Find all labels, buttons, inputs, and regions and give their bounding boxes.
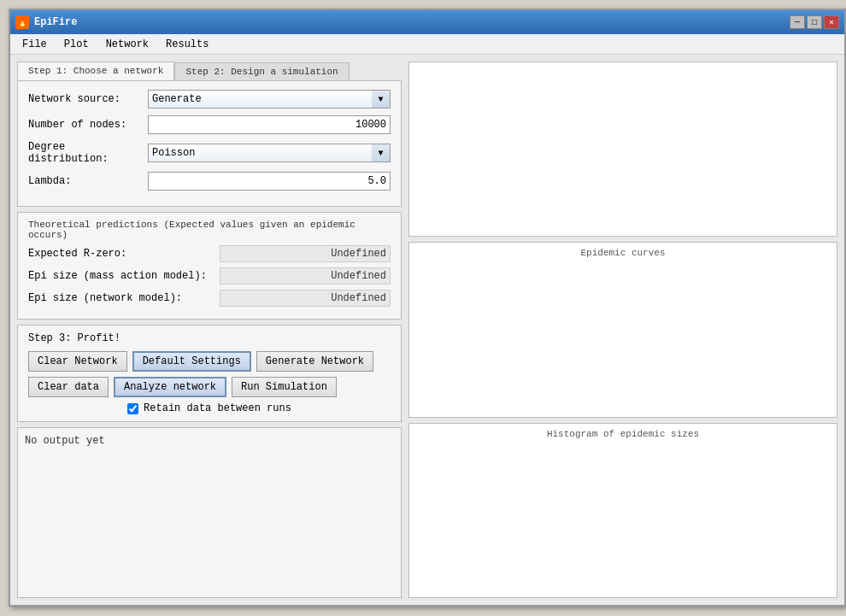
step-tabs-container: Step 1: Choose a network Step 2: Design … (17, 62, 402, 207)
step1-panel: Network source: Generate Load from file … (17, 80, 402, 207)
bottom-plot-panel: Histogram of epidemic sizes (408, 423, 837, 598)
minimize-button[interactable]: ─ (790, 15, 805, 29)
retain-checkbox-label: Retain data between runs (144, 402, 291, 414)
num-nodes-label: Number of nodes: (28, 119, 148, 131)
close-button[interactable]: ✕ (824, 15, 839, 29)
epi-net-row: Epi size (network model): Undefined (28, 290, 391, 307)
bottom-plot-area (413, 441, 833, 590)
main-content: Step 1: Choose a network Step 2: Design … (10, 55, 844, 605)
menu-plot[interactable]: Plot (56, 37, 97, 52)
tab-step2[interactable]: Step 2: Design a simulation (174, 62, 349, 80)
network-source-select[interactable]: Generate Load from file (148, 90, 391, 109)
app-icon: 🔥 (15, 15, 29, 29)
clear-network-button[interactable]: Clear Network (28, 351, 127, 372)
window-title: EpiFire (34, 16, 77, 28)
analyze-network-button[interactable]: Analyze network (114, 377, 226, 397)
button-row-1: Clear Network Default Settings Generate … (28, 351, 391, 372)
retain-checkbox[interactable] (127, 403, 138, 414)
middle-plot-title: Epidemic curves (413, 246, 833, 260)
tab-step1[interactable]: Step 1: Choose a network (17, 62, 174, 80)
button-row-2: Clear data Analyze network Run Simulatio… (28, 377, 391, 397)
maximize-button[interactable]: □ (807, 15, 822, 29)
right-panel: Epidemic curves Histogram of epidemic si… (408, 62, 837, 598)
epi-mass-value: Undefined (220, 267, 391, 285)
theory-title: Theoretical predictions (Expected values… (28, 220, 391, 240)
degree-dist-select-wrapper: Poisson Exponential Power law Urban ▼ (148, 144, 391, 162)
step3-title: Step 3: Profit! (28, 332, 391, 344)
middle-plot-panel: Epidemic curves (408, 242, 837, 417)
degree-dist-label: Degree distribution: (28, 141, 148, 165)
run-simulation-button[interactable]: Run Simulation (232, 377, 337, 397)
menu-results[interactable]: Results (157, 37, 217, 52)
degree-dist-select[interactable]: Poisson Exponential Power law Urban (148, 144, 391, 162)
bottom-plot-title: Histogram of epidemic sizes (413, 427, 833, 441)
epi-mass-label: Epi size (mass action model): (28, 270, 220, 282)
lambda-input[interactable] (148, 172, 391, 191)
top-plot-panel (408, 62, 837, 237)
top-plot-area (413, 66, 833, 215)
retain-checkbox-row: Retain data between runs (28, 402, 391, 414)
menu-network[interactable]: Network (97, 37, 157, 52)
epi-net-value: Undefined (220, 290, 391, 307)
num-nodes-row: Number of nodes: (28, 115, 391, 134)
titlebar-title-group: 🔥 EpiFire (15, 15, 77, 29)
r-zero-row: Expected R-zero: Undefined (28, 245, 391, 262)
epi-net-label: Epi size (network model): (28, 292, 220, 304)
num-nodes-input[interactable] (148, 115, 391, 134)
menubar: File Plot Network Results (10, 34, 844, 55)
r-zero-value: Undefined (220, 245, 391, 262)
main-window: 🔥 EpiFire ─ □ ✕ File Plot Network Result… (9, 9, 846, 607)
step3-section: Step 3: Profit! Clear Network Default Se… (17, 325, 402, 422)
window-controls: ─ □ ✕ (790, 15, 839, 29)
default-settings-button[interactable]: Default Settings (132, 351, 251, 372)
network-source-row: Network source: Generate Load from file … (28, 90, 391, 109)
generate-network-button[interactable]: Generate Network (256, 351, 373, 372)
network-source-label: Network source: (28, 93, 148, 105)
middle-plot-area (413, 260, 833, 409)
output-text: No output yet (25, 435, 105, 447)
epi-mass-row: Epi size (mass action model): Undefined (28, 267, 391, 285)
lambda-label: Lambda: (28, 175, 148, 187)
output-panel: No output yet (17, 427, 402, 598)
network-source-select-wrapper: Generate Load from file ▼ (148, 90, 391, 109)
step-tabs: Step 1: Choose a network Step 2: Design … (17, 62, 402, 80)
degree-dist-row: Degree distribution: Poisson Exponential… (28, 141, 391, 165)
left-panel: Step 1: Choose a network Step 2: Design … (17, 62, 402, 598)
titlebar: 🔥 EpiFire ─ □ ✕ (10, 10, 844, 34)
clear-data-button[interactable]: Clear data (28, 377, 109, 397)
theory-section: Theoretical predictions (Expected values… (17, 212, 402, 320)
lambda-row: Lambda: (28, 172, 391, 191)
r-zero-label: Expected R-zero: (28, 248, 220, 260)
menu-file[interactable]: File (14, 37, 56, 52)
